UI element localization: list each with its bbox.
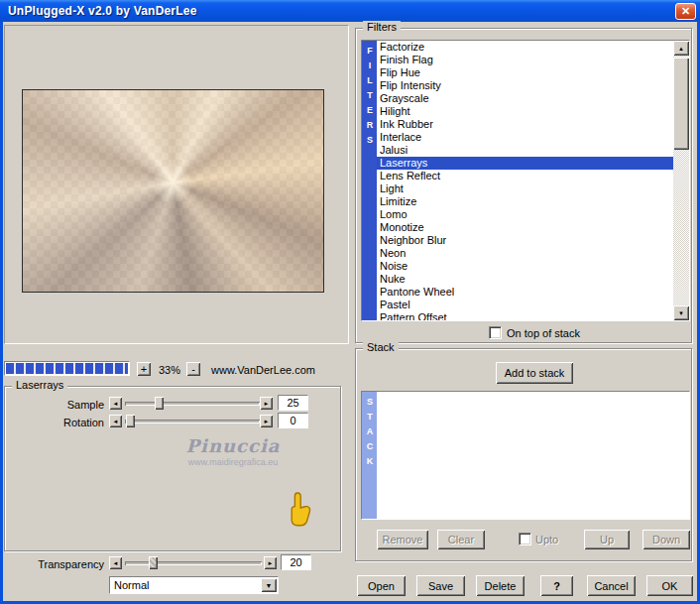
preview-image[interactable] <box>22 89 324 293</box>
rotation-value-input[interactable]: 0 <box>278 413 308 428</box>
help-button[interactable]: ? <box>540 575 573 596</box>
close-icon: ✕ <box>681 5 690 18</box>
progress-fill <box>6 363 128 374</box>
blend-mode-value: Normal <box>114 579 149 591</box>
rotation-label: Rotation <box>10 417 104 428</box>
transparency-left-arrow-icon[interactable]: ◄ <box>109 556 122 569</box>
filter-list-item[interactable]: Lomo <box>377 208 673 221</box>
dialog-window: UnPlugged-X v2.0 by VanDerLee ✕ + 33% - … <box>0 0 700 604</box>
filter-list-item[interactable]: Light <box>377 182 673 195</box>
stack-group-title: Stack <box>363 341 399 353</box>
save-button[interactable]: Save <box>416 575 465 596</box>
add-to-stack-button[interactable]: Add to stack <box>496 362 573 384</box>
filter-list-item[interactable]: Neighbor Blur <box>377 234 673 247</box>
clear-button[interactable]: Clear <box>437 530 485 549</box>
cancel-button[interactable]: Cancel <box>587 575 636 596</box>
rotation-slider-track[interactable] <box>125 420 260 423</box>
filter-list-item[interactable]: Monotize <box>377 221 673 234</box>
sample-slider-track[interactable] <box>125 402 260 406</box>
upto-checkbox[interactable] <box>519 533 531 545</box>
filter-listbox: FILTERS Factorize Finish Flag Flip Hue F… <box>361 40 690 321</box>
filter-list-item[interactable]: Ink Rubber <box>377 118 673 131</box>
sample-right-arrow-icon[interactable]: ► <box>260 397 273 410</box>
filter-list-item[interactable]: Grayscale <box>377 92 673 105</box>
upto-label: Upto <box>535 534 558 545</box>
filter-list-item[interactable]: Noise <box>377 260 673 273</box>
rotation-slider-thumb[interactable] <box>126 415 135 427</box>
vendor-website-link[interactable]: www.VanDerLee.com <box>211 364 315 376</box>
filter-list-scrollbar[interactable]: ▲ ▼ <box>673 41 689 320</box>
stack-listbox: STACK <box>361 391 690 520</box>
filter-list-item[interactable]: Pattern Offset <box>377 311 673 320</box>
filter-list-item-selected[interactable]: Laserrays <box>377 157 673 170</box>
filter-list-item[interactable]: Pastel <box>377 299 673 311</box>
on-top-of-stack-checkbox[interactable] <box>489 326 502 339</box>
rotation-right-arrow-icon[interactable]: ► <box>260 415 273 427</box>
remove-button[interactable]: Remove <box>377 530 428 549</box>
sample-left-arrow-icon[interactable]: ◄ <box>109 397 122 410</box>
filter-list-item[interactable]: Interlace <box>377 131 673 144</box>
sample-label: Sample <box>10 399 104 411</box>
window-title: UnPlugged-X v2.0 by VanDerLee <box>8 4 197 18</box>
rotation-left-arrow-icon[interactable]: ◄ <box>109 415 122 427</box>
scrollbar-thumb[interactable] <box>673 58 689 150</box>
open-button[interactable]: Open <box>357 575 406 596</box>
ok-button[interactable]: OK <box>646 575 693 596</box>
on-top-of-stack-label[interactable]: On top of stack <box>507 327 580 339</box>
delete-button[interactable]: Delete <box>476 575 525 596</box>
filter-list-item[interactable]: Flip Hue <box>377 66 673 79</box>
dropdown-arrow-icon[interactable]: ▼ <box>261 578 277 592</box>
filter-list-item[interactable]: Factorize <box>377 41 673 54</box>
scrollbar-up-icon[interactable]: ▲ <box>673 41 689 56</box>
transparency-slider-track[interactable] <box>125 561 262 565</box>
filter-list[interactable]: Factorize Finish Flag Flip Hue Flip Inte… <box>377 41 673 320</box>
transparency-right-arrow-icon[interactable]: ► <box>264 556 277 569</box>
up-button[interactable]: Up <box>584 530 630 549</box>
sample-slider-thumb[interactable] <box>155 397 164 410</box>
transparency-label: Transparency <box>8 558 104 570</box>
filters-group-title: Filters <box>363 21 401 33</box>
close-button[interactable]: ✕ <box>675 3 696 20</box>
preview-progress-bar <box>4 361 130 376</box>
filter-list-item[interactable]: Limitize <box>377 195 673 208</box>
pointing-hand-icon <box>288 491 311 531</box>
filter-list-item[interactable]: Flip Intensity <box>377 79 673 92</box>
filters-vertical-label: FILTERS <box>362 41 377 320</box>
filter-list-item[interactable]: Lens Reflect <box>377 170 673 182</box>
zoom-out-button[interactable]: - <box>186 362 200 376</box>
blend-mode-select[interactable]: Normal ▼ <box>109 576 279 594</box>
filter-list-item[interactable]: Pantone Wheel <box>377 286 673 299</box>
transparency-slider-thumb[interactable] <box>149 556 158 569</box>
zoom-in-button[interactable]: + <box>137 362 151 376</box>
title-bar[interactable]: UnPlugged-X v2.0 by VanDerLee ✕ <box>0 0 700 22</box>
filter-list-item[interactable]: Jalusi <box>377 144 673 157</box>
sample-value-input[interactable]: 25 <box>278 395 308 411</box>
filter-list-item[interactable]: Neon <box>377 247 673 260</box>
transparency-value-input[interactable]: 20 <box>281 554 311 570</box>
filter-list-item[interactable]: Hilight <box>377 105 673 118</box>
laserrays-group-title: Laserrays <box>12 379 67 391</box>
filter-list-item[interactable]: Finish Flag <box>377 54 673 66</box>
stack-vertical-label: STACK <box>362 392 377 519</box>
filter-list-item[interactable]: Nuke <box>377 273 673 286</box>
scrollbar-down-icon[interactable]: ▼ <box>673 305 689 320</box>
zoom-level: 33% <box>155 364 184 376</box>
stack-list[interactable] <box>377 392 689 519</box>
down-button[interactable]: Down <box>642 530 690 549</box>
